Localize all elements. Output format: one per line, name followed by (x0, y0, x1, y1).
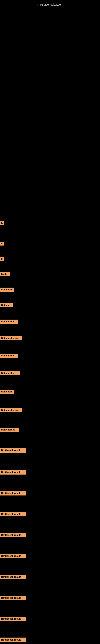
bottleneck-result-label[interactable]: Bottleneck result (0, 491, 26, 496)
bottleneck-result-label[interactable]: B (0, 257, 4, 261)
bottleneck-item: Bottleneck resu (0, 408, 100, 412)
bottleneck-result-label[interactable]: Bottlene (0, 303, 13, 307)
bottleneck-result-label[interactable]: Bottleneck (0, 288, 14, 292)
bottleneck-item: B (0, 242, 100, 246)
bottleneck-result-label[interactable]: B (0, 242, 4, 246)
bottleneck-item: Bottleneck result (0, 554, 100, 558)
bottleneck-item: Bottleneck result (0, 491, 100, 496)
bottleneck-result-label[interactable]: Bottleneck result (0, 575, 26, 579)
bottleneck-result-label[interactable]: Bottleneck result (0, 638, 26, 642)
bottleneck-item: B (0, 257, 100, 261)
bottleneck-result-label[interactable]: Bottleneck (0, 390, 14, 394)
site-title: TheBottlenecker.com (0, 1, 100, 8)
bottleneck-item: Bottleneck result (0, 533, 100, 537)
bottleneck-item: Bottleneck result (0, 638, 100, 642)
bottleneck-item: Bottleneck re (0, 371, 100, 375)
bottleneck-result-label[interactable]: Bottleneck result (0, 533, 26, 537)
bottleneck-result-label[interactable]: Bottleneck result (0, 554, 26, 558)
bottleneck-result-label[interactable]: Bottleneck resu (0, 336, 22, 340)
bottleneck-item: Bottleneck resu (0, 336, 100, 340)
bottleneck-item: Bottleneck re (0, 428, 100, 432)
bottleneck-result-label[interactable]: Bottleneck r (0, 354, 18, 358)
bottleneck-result-label[interactable]: Bottleneck re (0, 428, 19, 432)
bottleneck-item: Bottleneck result (0, 596, 100, 600)
bottleneck-item: Bottleneck (0, 288, 100, 292)
bottleneck-item: Bottleneck result (0, 575, 100, 579)
bottleneck-result-label[interactable]: B (0, 222, 4, 225)
bottleneck-items-container: BBBBottleBottleneckBottleneBottleneck rB… (0, 222, 100, 644)
bottleneck-result-label[interactable]: Bottleneck result (0, 448, 26, 452)
bottleneck-result-label[interactable]: Bottle (0, 272, 10, 276)
bottleneck-result-label[interactable]: Bottleneck resu (0, 408, 22, 412)
bottleneck-result-label[interactable]: Bottleneck re (0, 371, 20, 375)
bottleneck-item: Bottle (0, 272, 100, 276)
bottleneck-item: Bottleneck r (0, 354, 100, 358)
bottleneck-result-label[interactable]: Bottleneck r (0, 320, 18, 324)
bottleneck-result-label[interactable]: Bottleneck result (0, 470, 26, 474)
bottleneck-item: Bottleneck result (0, 470, 100, 474)
bottleneck-item: Bottleneck result (0, 448, 100, 452)
bottleneck-item: Bottleneck result (0, 617, 100, 621)
bottleneck-result-label[interactable]: Bottleneck result (0, 512, 26, 516)
bottleneck-item: Bottleneck result (0, 512, 100, 516)
bottleneck-result-label[interactable]: Bottleneck result (0, 617, 26, 621)
bottleneck-item: Bottlene (0, 303, 100, 307)
bottleneck-item: Bottleneck (0, 390, 100, 394)
bottleneck-item: B (0, 222, 100, 225)
bottleneck-result-label[interactable]: Bottleneck result (0, 596, 26, 600)
bottleneck-item: Bottleneck r (0, 320, 100, 324)
